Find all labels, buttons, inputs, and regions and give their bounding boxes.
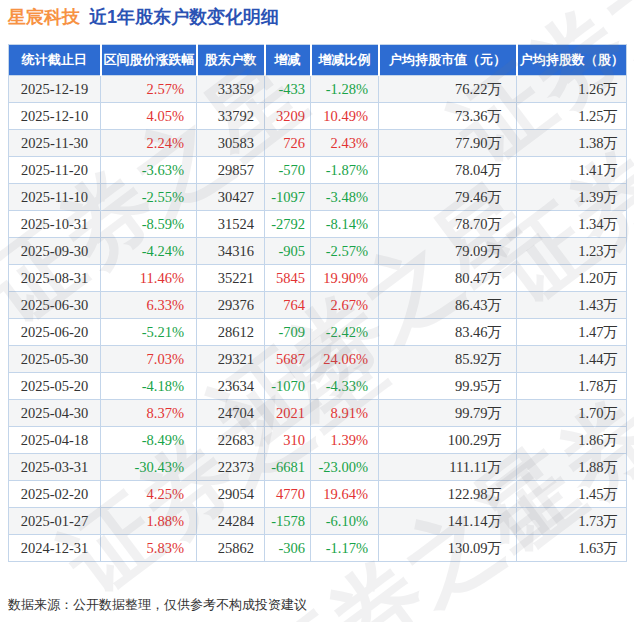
- cell-price-change: 4.05%: [101, 103, 197, 130]
- col-header-date: 统计截止日: [9, 45, 101, 76]
- table-row: 2024-12-315.83%25862-306-1.17%130.09万1.6…: [9, 535, 627, 562]
- cell-avg-market-value: 77.90万: [379, 130, 517, 157]
- cell-change-ratio: 1.39%: [311, 427, 379, 454]
- table-row: 2025-11-302.24%305837262.43%77.90万1.38万: [9, 130, 627, 157]
- cell-date: 2025-06-30: [9, 292, 101, 319]
- cell-avg-shares: 1.26万: [517, 76, 627, 103]
- cell-holder-count: 33359: [197, 76, 265, 103]
- cell-change-ratio: -23.00%: [311, 454, 379, 481]
- cell-change-ratio: 24.06%: [311, 346, 379, 373]
- cell-holder-count: 24704: [197, 400, 265, 427]
- cell-date: 2025-02-20: [9, 481, 101, 508]
- cell-avg-market-value: 78.70万: [379, 211, 517, 238]
- cell-avg-shares: 1.47万: [517, 319, 627, 346]
- cell-change: -709: [265, 319, 311, 346]
- table-row: 2025-10-31-8.59%31524-2792-8.14%78.70万1.…: [9, 211, 627, 238]
- cell-avg-market-value: 76.22万: [379, 76, 517, 103]
- cell-change: -570: [265, 157, 311, 184]
- cell-avg-market-value: 122.98万: [379, 481, 517, 508]
- cell-holder-count: 34316: [197, 238, 265, 265]
- cell-date: 2025-12-19: [9, 76, 101, 103]
- col-header-avg-market-value: 户均持股市值（元）: [379, 45, 517, 76]
- cell-change-ratio: -8.14%: [311, 211, 379, 238]
- cell-holder-count: 25862: [197, 535, 265, 562]
- cell-change-ratio: -3.48%: [311, 184, 379, 211]
- cell-date: 2025-05-20: [9, 373, 101, 400]
- cell-holder-count: 31524: [197, 211, 265, 238]
- cell-avg-market-value: 78.04万: [379, 157, 517, 184]
- cell-avg-market-value: 85.92万: [379, 346, 517, 373]
- cell-date: 2025-09-30: [9, 238, 101, 265]
- cell-change-ratio: -1.17%: [311, 535, 379, 562]
- cell-avg-shares: 1.88万: [517, 454, 627, 481]
- cell-holder-count: 23634: [197, 373, 265, 400]
- cell-avg-market-value: 141.14万: [379, 508, 517, 535]
- cell-change-ratio: 8.91%: [311, 400, 379, 427]
- cell-price-change: 4.25%: [101, 481, 197, 508]
- table-row: 2025-08-3111.46%35221584519.90%80.47万1.2…: [9, 265, 627, 292]
- cell-avg-shares: 1.63万: [517, 535, 627, 562]
- cell-avg-shares: 1.25万: [517, 103, 627, 130]
- cell-date: 2025-11-20: [9, 157, 101, 184]
- col-header-avg-shares: 户均持股数（股）: [517, 45, 627, 76]
- cell-date: 2025-04-18: [9, 427, 101, 454]
- cell-avg-market-value: 79.46万: [379, 184, 517, 211]
- cell-holder-count: 28612: [197, 319, 265, 346]
- cell-change-ratio: 10.49%: [311, 103, 379, 130]
- cell-change: 2021: [265, 400, 311, 427]
- col-header-price-change: 区间股价涨跌幅: [101, 45, 197, 76]
- cell-change: -306: [265, 535, 311, 562]
- cell-price-change: 11.46%: [101, 265, 197, 292]
- cell-price-change: 2.24%: [101, 130, 197, 157]
- cell-change: -6681: [265, 454, 311, 481]
- cell-change: 726: [265, 130, 311, 157]
- cell-change-ratio: 2.67%: [311, 292, 379, 319]
- cell-change-ratio: -4.33%: [311, 373, 379, 400]
- col-header-change-ratio: 增减比例: [311, 45, 379, 76]
- table-row: 2025-01-271.88%24284-1578-6.10%141.14万1.…: [9, 508, 627, 535]
- cell-change-ratio: -2.57%: [311, 238, 379, 265]
- cell-price-change: 7.03%: [101, 346, 197, 373]
- cell-holder-count: 29054: [197, 481, 265, 508]
- cell-holder-count: 22683: [197, 427, 265, 454]
- cell-holder-count: 24284: [197, 508, 265, 535]
- col-header-change: 增减: [265, 45, 311, 76]
- table-row: 2025-12-104.05%33792320910.49%73.36万1.25…: [9, 103, 627, 130]
- cell-date: 2025-08-31: [9, 265, 101, 292]
- cell-change: -2792: [265, 211, 311, 238]
- cell-holder-count: 29857: [197, 157, 265, 184]
- table-row: 2025-06-20-5.21%28612-709-2.42%83.46万1.4…: [9, 319, 627, 346]
- cell-price-change: 8.37%: [101, 400, 197, 427]
- cell-change-ratio: -1.87%: [311, 157, 379, 184]
- company-name: 星宸科技: [8, 7, 80, 27]
- cell-avg-shares: 1.34万: [517, 211, 627, 238]
- cell-date: 2025-05-30: [9, 346, 101, 373]
- data-source-note: 数据来源：公开数据整理，仅供参考不构成投资建议: [8, 596, 307, 614]
- cell-avg-shares: 1.73万: [517, 508, 627, 535]
- shareholder-table: 统计截止日 区间股价涨跌幅 股东户数 增减 增减比例 户均持股市值（元） 户均持…: [8, 44, 627, 562]
- col-header-holder-count: 股东户数: [197, 45, 265, 76]
- cell-holder-count: 29321: [197, 346, 265, 373]
- table-row: 2025-11-10-2.55%30427-1097-3.48%79.46万1.…: [9, 184, 627, 211]
- cell-change: 310: [265, 427, 311, 454]
- cell-date: 2025-12-10: [9, 103, 101, 130]
- cell-avg-shares: 1.44万: [517, 346, 627, 373]
- cell-holder-count: 29376: [197, 292, 265, 319]
- table-row: 2025-05-20-4.18%23634-1070-4.33%99.95万1.…: [9, 373, 627, 400]
- table-row: 2025-11-20-3.63%29857-570-1.87%78.04万1.4…: [9, 157, 627, 184]
- cell-holder-count: 35221: [197, 265, 265, 292]
- cell-change-ratio: 2.43%: [311, 130, 379, 157]
- cell-change-ratio: -2.42%: [311, 319, 379, 346]
- cell-change: 3209: [265, 103, 311, 130]
- cell-avg-shares: 1.38万: [517, 130, 627, 157]
- table-row: 2025-04-308.37%2470420218.91%99.79万1.70万: [9, 400, 627, 427]
- cell-avg-market-value: 99.95万: [379, 373, 517, 400]
- cell-price-change: -3.63%: [101, 157, 197, 184]
- cell-change-ratio: -1.28%: [311, 76, 379, 103]
- table-body: 2025-12-192.57%33359-433-1.28%76.22万1.26…: [9, 76, 627, 562]
- cell-date: 2025-04-30: [9, 400, 101, 427]
- cell-avg-market-value: 130.09万: [379, 535, 517, 562]
- table-row: 2025-12-192.57%33359-433-1.28%76.22万1.26…: [9, 76, 627, 103]
- cell-date: 2025-10-31: [9, 211, 101, 238]
- cell-avg-shares: 1.45万: [517, 481, 627, 508]
